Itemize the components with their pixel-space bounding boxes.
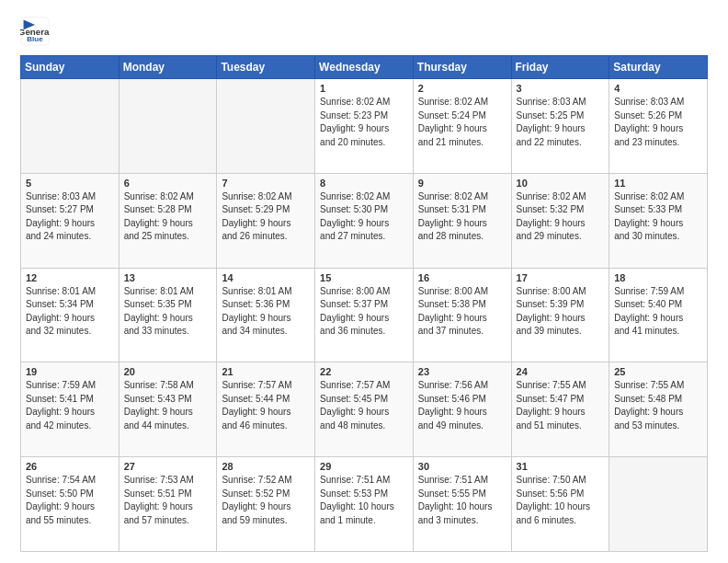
day-cell: 7Sunrise: 8:02 AM Sunset: 5:29 PM Daylig… <box>217 173 315 268</box>
day-cell: 4Sunrise: 8:03 AM Sunset: 5:26 PM Daylig… <box>609 79 708 174</box>
day-info: Sunrise: 8:00 AM Sunset: 5:37 PM Dayligh… <box>320 285 408 339</box>
day-cell: 22Sunrise: 7:57 AM Sunset: 5:45 PM Dayli… <box>315 362 414 457</box>
day-info: Sunrise: 8:02 AM Sunset: 5:28 PM Dayligh… <box>124 190 212 244</box>
day-cell: 16Sunrise: 8:00 AM Sunset: 5:38 PM Dayli… <box>413 268 511 362</box>
day-number: 30 <box>418 461 506 472</box>
day-cell: 5Sunrise: 8:03 AM Sunset: 5:27 PM Daylig… <box>21 173 119 268</box>
week-row-0: 1Sunrise: 8:02 AM Sunset: 5:23 PM Daylig… <box>21 79 708 174</box>
svg-text:Blue: Blue <box>27 35 43 43</box>
day-info: Sunrise: 7:51 AM Sunset: 5:55 PM Dayligh… <box>418 474 506 527</box>
day-number: 25 <box>614 366 702 377</box>
day-cell <box>119 79 217 174</box>
day-info: Sunrise: 8:00 AM Sunset: 5:38 PM Dayligh… <box>418 285 506 339</box>
logo: General Blue <box>20 17 53 46</box>
day-info: Sunrise: 7:59 AM Sunset: 5:40 PM Dayligh… <box>614 285 702 339</box>
day-number: 24 <box>517 366 605 377</box>
day-info: Sunrise: 7:57 AM Sunset: 5:45 PM Dayligh… <box>320 379 408 432</box>
day-number: 19 <box>26 366 114 377</box>
day-info: Sunrise: 7:54 AM Sunset: 5:50 PM Dayligh… <box>26 474 114 527</box>
day-cell: 25Sunrise: 7:55 AM Sunset: 5:48 PM Dayli… <box>609 362 708 457</box>
day-number: 29 <box>320 461 408 472</box>
day-info: Sunrise: 7:52 AM Sunset: 5:52 PM Dayligh… <box>222 474 310 527</box>
day-number: 3 <box>517 83 605 94</box>
col-header-thursday: Thursday <box>413 56 511 79</box>
day-number: 18 <box>614 272 702 283</box>
day-cell <box>609 457 708 552</box>
day-info: Sunrise: 7:50 AM Sunset: 5:56 PM Dayligh… <box>517 474 605 527</box>
col-header-tuesday: Tuesday <box>217 56 315 79</box>
day-cell: 6Sunrise: 8:02 AM Sunset: 5:28 PM Daylig… <box>119 173 217 268</box>
day-info: Sunrise: 8:02 AM Sunset: 5:30 PM Dayligh… <box>320 190 408 244</box>
day-info: Sunrise: 8:02 AM Sunset: 5:33 PM Dayligh… <box>614 190 702 244</box>
day-cell: 15Sunrise: 8:00 AM Sunset: 5:37 PM Dayli… <box>315 268 414 362</box>
day-cell: 31Sunrise: 7:50 AM Sunset: 5:56 PM Dayli… <box>511 457 609 552</box>
day-cell: 30Sunrise: 7:51 AM Sunset: 5:55 PM Dayli… <box>413 457 511 552</box>
day-cell: 23Sunrise: 7:56 AM Sunset: 5:46 PM Dayli… <box>413 362 511 457</box>
day-info: Sunrise: 8:03 AM Sunset: 5:27 PM Dayligh… <box>26 190 114 244</box>
day-number: 26 <box>26 461 114 472</box>
day-info: Sunrise: 7:55 AM Sunset: 5:48 PM Dayligh… <box>614 379 702 432</box>
day-info: Sunrise: 8:03 AM Sunset: 5:25 PM Dayligh… <box>517 96 605 149</box>
day-cell <box>217 79 315 174</box>
day-info: Sunrise: 7:51 AM Sunset: 5:53 PM Dayligh… <box>320 474 408 527</box>
logo-icon: General Blue <box>20 17 50 46</box>
day-info: Sunrise: 7:57 AM Sunset: 5:44 PM Dayligh… <box>222 379 310 432</box>
day-number: 7 <box>222 178 310 189</box>
day-cell: 2Sunrise: 8:02 AM Sunset: 5:24 PM Daylig… <box>413 79 511 174</box>
day-cell: 12Sunrise: 8:01 AM Sunset: 5:34 PM Dayli… <box>21 268 119 362</box>
day-cell: 18Sunrise: 7:59 AM Sunset: 5:40 PM Dayli… <box>609 268 708 362</box>
day-number: 14 <box>222 272 310 283</box>
day-number: 6 <box>124 178 212 189</box>
header: General Blue <box>20 17 708 46</box>
day-number: 15 <box>320 272 408 283</box>
day-number: 22 <box>320 366 408 377</box>
day-number: 17 <box>517 272 605 283</box>
calendar-header-row: SundayMondayTuesdayWednesdayThursdayFrid… <box>21 56 708 79</box>
day-number: 28 <box>222 461 310 472</box>
day-cell: 13Sunrise: 8:01 AM Sunset: 5:35 PM Dayli… <box>119 268 217 362</box>
day-number: 31 <box>517 461 605 472</box>
day-cell: 19Sunrise: 7:59 AM Sunset: 5:41 PM Dayli… <box>21 362 119 457</box>
day-info: Sunrise: 8:02 AM Sunset: 5:23 PM Dayligh… <box>320 96 408 149</box>
week-row-1: 5Sunrise: 8:03 AM Sunset: 5:27 PM Daylig… <box>21 173 708 268</box>
week-row-4: 26Sunrise: 7:54 AM Sunset: 5:50 PM Dayli… <box>21 457 708 552</box>
day-info: Sunrise: 7:55 AM Sunset: 5:47 PM Dayligh… <box>517 379 605 432</box>
day-cell <box>21 79 119 174</box>
day-info: Sunrise: 7:56 AM Sunset: 5:46 PM Dayligh… <box>418 379 506 432</box>
week-row-3: 19Sunrise: 7:59 AM Sunset: 5:41 PM Dayli… <box>21 362 708 457</box>
day-number: 21 <box>222 366 310 377</box>
day-cell: 17Sunrise: 8:00 AM Sunset: 5:39 PM Dayli… <box>511 268 609 362</box>
page: General Blue SundayMondayTuesdayWednesda… <box>0 0 728 563</box>
calendar-table: SundayMondayTuesdayWednesdayThursdayFrid… <box>20 55 708 552</box>
day-number: 13 <box>124 272 212 283</box>
day-number: 23 <box>418 366 506 377</box>
day-info: Sunrise: 7:53 AM Sunset: 5:51 PM Dayligh… <box>124 474 212 527</box>
col-header-wednesday: Wednesday <box>315 56 414 79</box>
col-header-saturday: Saturday <box>609 56 708 79</box>
day-cell: 21Sunrise: 7:57 AM Sunset: 5:44 PM Dayli… <box>217 362 315 457</box>
day-number: 12 <box>26 272 114 283</box>
day-number: 5 <box>26 178 114 189</box>
day-cell: 8Sunrise: 8:02 AM Sunset: 5:30 PM Daylig… <box>315 173 414 268</box>
day-cell: 24Sunrise: 7:55 AM Sunset: 5:47 PM Dayli… <box>511 362 609 457</box>
day-number: 4 <box>614 83 702 94</box>
day-cell: 9Sunrise: 8:02 AM Sunset: 5:31 PM Daylig… <box>413 173 511 268</box>
day-info: Sunrise: 8:02 AM Sunset: 5:29 PM Dayligh… <box>222 190 310 244</box>
day-info: Sunrise: 8:03 AM Sunset: 5:26 PM Dayligh… <box>614 96 702 149</box>
day-cell: 3Sunrise: 8:03 AM Sunset: 5:25 PM Daylig… <box>511 79 609 174</box>
day-info: Sunrise: 7:59 AM Sunset: 5:41 PM Dayligh… <box>26 379 114 432</box>
col-header-sunday: Sunday <box>21 56 119 79</box>
day-cell: 26Sunrise: 7:54 AM Sunset: 5:50 PM Dayli… <box>21 457 119 552</box>
day-info: Sunrise: 8:02 AM Sunset: 5:32 PM Dayligh… <box>517 190 605 244</box>
day-info: Sunrise: 8:00 AM Sunset: 5:39 PM Dayligh… <box>517 285 605 339</box>
day-info: Sunrise: 8:02 AM Sunset: 5:24 PM Dayligh… <box>418 96 506 149</box>
day-cell: 29Sunrise: 7:51 AM Sunset: 5:53 PM Dayli… <box>315 457 414 552</box>
day-cell: 10Sunrise: 8:02 AM Sunset: 5:32 PM Dayli… <box>511 173 609 268</box>
week-row-2: 12Sunrise: 8:01 AM Sunset: 5:34 PM Dayli… <box>21 268 708 362</box>
day-cell: 27Sunrise: 7:53 AM Sunset: 5:51 PM Dayli… <box>119 457 217 552</box>
day-number: 2 <box>418 83 506 94</box>
day-number: 11 <box>614 178 702 189</box>
day-info: Sunrise: 8:01 AM Sunset: 5:36 PM Dayligh… <box>222 285 310 339</box>
day-cell: 28Sunrise: 7:52 AM Sunset: 5:52 PM Dayli… <box>217 457 315 552</box>
day-number: 16 <box>418 272 506 283</box>
